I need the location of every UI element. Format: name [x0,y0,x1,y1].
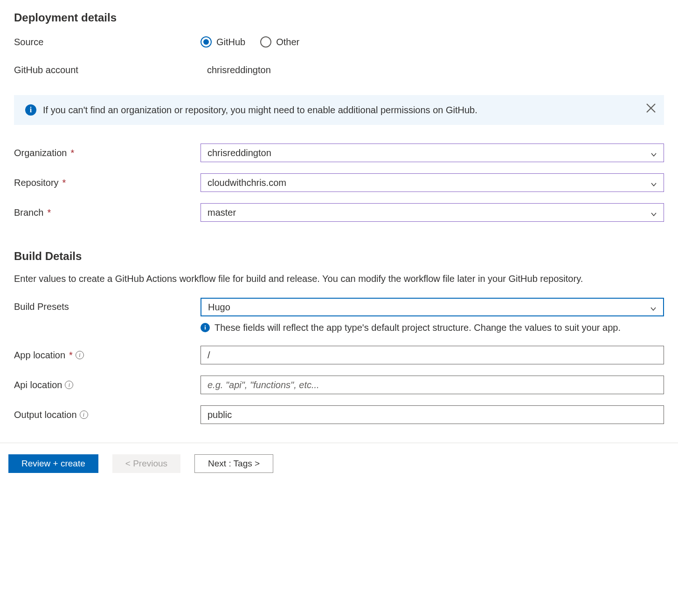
chevron-down-icon [650,304,657,310]
app-location-label: App location* i [14,350,201,361]
source-radio-other[interactable]: Other [260,36,299,48]
branch-select[interactable]: master [201,203,664,222]
info-icon: i [201,323,210,332]
branch-label: Branch* [14,207,201,218]
source-radio-group: GitHub Other [201,36,664,48]
organization-label: Organization* [14,148,201,158]
repository-value: cloudwithchris.com [208,178,286,188]
info-banner-text: If you can't find an organization or rep… [43,105,477,116]
info-icon[interactable]: i [80,411,88,419]
github-permissions-info-banner: i If you can't find an organization or r… [14,95,664,125]
chevron-down-icon [650,150,657,156]
chevron-down-icon [650,179,657,186]
source-label: Source [14,37,201,48]
github-account-value: chrisreddington [201,65,271,75]
info-icon[interactable]: i [65,381,73,389]
organization-select[interactable]: chrisreddington [201,144,664,162]
review-create-button[interactable]: Review + create [8,454,98,473]
app-location-input[interactable] [201,346,664,364]
info-icon: i [25,104,36,116]
build-presets-value: Hugo [208,302,230,313]
api-location-input[interactable] [201,376,664,394]
github-account-label: GitHub account [14,65,201,75]
branch-value: master [208,207,236,218]
footer-bar: Review + create < Previous Next : Tags > [0,443,678,484]
repository-select[interactable]: cloudwithchris.com [201,173,664,192]
source-radio-other-label: Other [276,37,299,48]
build-presets-note: i These fields will reflect the app type… [201,321,664,335]
output-location-label: Output location i [14,410,201,420]
build-details-description: Enter values to create a GitHub Actions … [14,272,664,286]
build-details-title: Build Details [14,250,664,263]
repository-label: Repository* [14,178,201,188]
build-presets-select[interactable]: Hugo [201,298,664,316]
organization-value: chrisreddington [208,148,271,158]
output-location-input[interactable] [201,405,664,424]
close-icon[interactable] [645,103,657,114]
api-location-label: Api location i [14,380,201,390]
build-presets-label: Build Presets [14,298,201,312]
next-button[interactable]: Next : Tags > [194,454,273,473]
deployment-details-title: Deployment details [14,11,664,24]
info-icon[interactable]: i [76,351,84,359]
previous-button: < Previous [112,454,180,473]
source-radio-github-label: GitHub [216,37,245,48]
chevron-down-icon [650,209,657,216]
source-radio-github[interactable]: GitHub [201,36,245,48]
